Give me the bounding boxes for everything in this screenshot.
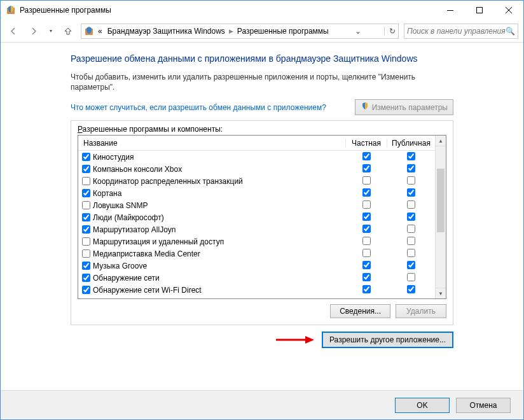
table-row[interactable]: Обнаружение сети Wi-Fi Direct — [78, 284, 435, 296]
column-private[interactable]: Частная — [346, 139, 387, 148]
row-checkbox[interactable] — [82, 201, 90, 209]
row-name: Медиаприставка Media Center — [93, 249, 200, 258]
table-row[interactable]: Компаньон консоли Xbox — [78, 163, 435, 175]
row-checkbox[interactable] — [82, 225, 90, 234]
row-checkbox[interactable] — [82, 237, 90, 246]
address-icon — [84, 26, 94, 36]
private-checkbox[interactable] — [362, 152, 371, 160]
row-name: Киностудия — [93, 153, 134, 162]
row-checkbox[interactable] — [82, 286, 90, 294]
public-checkbox[interactable] — [407, 213, 415, 221]
minimize-button[interactable] — [436, 1, 465, 20]
private-checkbox[interactable] — [362, 225, 371, 233]
breadcrumb-item-2[interactable]: Разрешенные программы — [236, 27, 330, 36]
private-checkbox[interactable] — [362, 164, 371, 172]
table-row[interactable]: Обнаружение сети — [78, 272, 435, 284]
table-row[interactable]: Маршрутизатор AllJoyn — [78, 223, 435, 235]
column-name[interactable]: Название — [78, 139, 346, 148]
table-row[interactable]: Медиаприставка Media Center — [78, 248, 435, 260]
refresh-icon[interactable]: ↻ — [384, 27, 397, 36]
row-checkbox[interactable] — [82, 177, 90, 185]
forward-button[interactable] — [26, 24, 41, 39]
history-dropdown[interactable]: ▾ — [46, 24, 55, 39]
public-checkbox[interactable] — [407, 188, 415, 197]
shield-icon — [361, 102, 369, 113]
maximize-button[interactable] — [465, 1, 494, 20]
public-checkbox[interactable] — [407, 225, 415, 233]
public-checkbox[interactable] — [407, 273, 415, 281]
public-checkbox[interactable] — [407, 237, 415, 245]
allowed-apps-group: Разрешенные программы и компоненты: Назв… — [71, 120, 453, 325]
list-header: Название Частная Публичная — [78, 136, 435, 151]
details-button[interactable]: Сведения... — [330, 304, 390, 318]
row-checkbox[interactable] — [82, 274, 90, 282]
row-name: Ловушка SNMP — [93, 201, 148, 210]
scrollbar[interactable]: ▲ ▼ — [435, 136, 446, 298]
help-link[interactable]: Что может случиться, если разрешить обме… — [71, 103, 355, 112]
private-checkbox[interactable] — [362, 261, 371, 269]
up-button[interactable] — [60, 24, 76, 39]
apps-list: Название Частная Публичная КиностудияКом… — [78, 135, 446, 299]
row-checkbox[interactable] — [82, 153, 90, 161]
public-checkbox[interactable] — [407, 164, 415, 172]
change-settings-label: Изменить параметры — [372, 103, 448, 112]
app-icon — [6, 5, 16, 15]
group-label: Разрешенные программы и компоненты: — [78, 125, 446, 134]
change-settings-button[interactable]: Изменить параметры — [355, 99, 453, 115]
svg-marker-5 — [305, 336, 314, 344]
public-checkbox[interactable] — [407, 249, 415, 257]
address-bar[interactable]: « Брандмауэр Защитника Windows ▶ Разреше… — [81, 24, 399, 39]
row-name: Обнаружение сети Wi-Fi Direct — [93, 286, 202, 295]
public-checkbox[interactable] — [407, 261, 415, 269]
search-box[interactable]: 🔍 — [404, 24, 518, 39]
private-checkbox[interactable] — [362, 188, 371, 197]
scroll-thumb[interactable] — [437, 169, 445, 232]
row-name: Маршрутизатор AllJoyn — [93, 225, 176, 234]
private-checkbox[interactable] — [362, 285, 371, 293]
row-checkbox[interactable] — [82, 165, 90, 173]
row-name: Координатор распределенных транзакций — [93, 177, 243, 186]
table-row[interactable]: Маршрутизация и удаленный доступ — [78, 235, 435, 248]
row-name: Обнаружение сети — [93, 274, 160, 283]
table-row[interactable]: Координатор распределенных транзакций — [78, 175, 435, 187]
public-checkbox[interactable] — [407, 176, 415, 185]
table-row[interactable]: Киностудия — [78, 151, 435, 163]
back-button[interactable] — [6, 24, 21, 39]
allow-another-app-button[interactable]: Разрешить другое приложение... — [322, 332, 453, 348]
toolbar: ▾ « Брандмауэр Защитника Windows ▶ Разре… — [1, 20, 523, 43]
cancel-button[interactable]: Отмена — [456, 398, 511, 413]
breadcrumb-item-1[interactable]: Брандмауэр Защитника Windows — [106, 27, 226, 36]
public-checkbox[interactable] — [407, 285, 415, 293]
private-checkbox[interactable] — [362, 200, 371, 209]
table-row[interactable]: Ловушка SNMP — [78, 199, 435, 211]
ok-button[interactable]: OK — [395, 398, 450, 413]
private-checkbox[interactable] — [362, 273, 371, 281]
table-row[interactable]: Музыка Groove — [78, 260, 435, 272]
public-checkbox[interactable] — [407, 200, 415, 209]
private-checkbox[interactable] — [362, 213, 371, 221]
search-input[interactable] — [407, 27, 506, 36]
scroll-down-button[interactable]: ▼ — [436, 288, 446, 298]
row-checkbox[interactable] — [82, 213, 90, 221]
column-public[interactable]: Публичная — [387, 139, 435, 148]
row-checkbox[interactable] — [82, 262, 90, 270]
table-row[interactable]: Кортана — [78, 187, 435, 199]
remove-button[interactable]: Удалить — [396, 304, 446, 318]
scroll-track[interactable] — [436, 146, 446, 288]
chevron-right-icon: ▶ — [229, 28, 233, 34]
row-name: Музыка Groove — [93, 262, 147, 270]
row-name: Компаньон консоли Xbox — [93, 165, 182, 174]
row-name: Маршрутизация и удаленный доступ — [93, 237, 224, 246]
scroll-up-button[interactable]: ▲ — [436, 136, 446, 146]
arrow-right-icon — [276, 335, 314, 344]
search-icon[interactable]: 🔍 — [506, 27, 515, 36]
public-checkbox[interactable] — [407, 152, 415, 160]
private-checkbox[interactable] — [362, 176, 371, 185]
table-row[interactable]: Люди (Майкрософт) — [78, 211, 435, 223]
close-button[interactable] — [494, 1, 523, 20]
addr-dropdown-icon[interactable]: ⌄ — [350, 27, 363, 36]
row-checkbox[interactable] — [82, 249, 90, 258]
row-checkbox[interactable] — [82, 189, 90, 197]
private-checkbox[interactable] — [362, 249, 371, 257]
private-checkbox[interactable] — [362, 237, 371, 245]
